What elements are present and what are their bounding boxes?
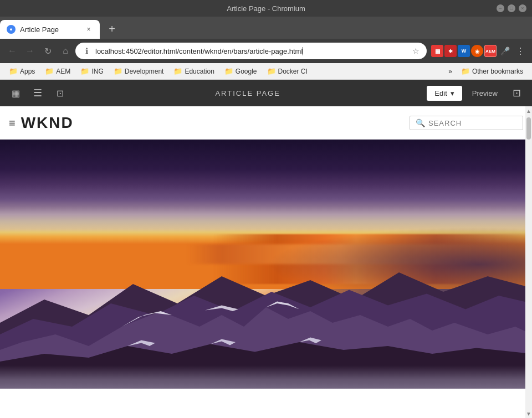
close-button[interactable]: × — [519, 4, 526, 12]
maximize-button[interactable]: □ — [508, 4, 515, 12]
bookmark-google-label: Google — [236, 68, 257, 75]
wknd-header: ≡ WKND 🔍 — [0, 106, 532, 140]
minimize-button[interactable]: − — [497, 4, 504, 12]
annotate-button[interactable]: ⊡ — [51, 84, 69, 102]
aem-toolbar-right: Edit ▾ Preview ⊡ — [427, 84, 525, 102]
folder-icon: 📁 — [224, 67, 233, 75]
bookmark-ing-label: ING — [91, 68, 103, 75]
folder-icon: 📁 — [267, 67, 276, 75]
fog-rect — [0, 365, 532, 389]
bookmark-other[interactable]: 📁 Other bookmarks — [457, 65, 528, 77]
title-bar: Article Page - Chromium − □ × — [0, 0, 532, 17]
menu-button[interactable]: ⋮ — [513, 44, 528, 58]
other-bookmarks-label: Other bookmarks — [472, 68, 523, 75]
scroll-thumb[interactable] — [526, 117, 531, 140]
extension-red2-icon[interactable]: ✱ — [444, 45, 457, 57]
tab-favicon: ● — [7, 25, 16, 34]
folder-icon: 📁 — [461, 67, 470, 75]
folder-icon: 📁 — [114, 67, 122, 75]
wknd-search-box[interactable]: 🔍 — [410, 116, 523, 130]
preview-button[interactable]: Preview — [467, 86, 503, 101]
search-icon: 🔍 — [416, 118, 425, 127]
tab-close-button[interactable]: × — [84, 25, 93, 34]
mountains-back-svg — [0, 214, 532, 389]
bookmark-education-label: Education — [185, 68, 214, 75]
bookmark-star-icon[interactable]: ☆ — [410, 45, 421, 56]
mountains-back — [0, 214, 532, 389]
bookmarks-bar: 📁 Apps 📁 AEM 📁 ING 📁 Development 📁 Educa… — [0, 63, 532, 80]
search-input[interactable] — [428, 119, 517, 127]
reload-button[interactable]: ↻ — [40, 43, 55, 59]
bookmark-aem[interactable]: 📁 AEM — [40, 65, 75, 77]
bookmark-development-label: Development — [125, 68, 164, 75]
aem-toolbar-left: ▦ ☰ ⊡ — [7, 84, 69, 102]
bookmarks-overflow-button[interactable]: » — [445, 66, 456, 77]
url-text[interactable]: localhost:4502/editor.html/content/wknd/… — [95, 47, 407, 55]
bookmarks-more: » 📁 Other bookmarks — [445, 65, 528, 77]
address-bar[interactable]: ℹ localhost:4502/editor.html/content/wkn… — [75, 43, 427, 59]
folder-icon: 📁 — [173, 67, 182, 75]
tab-title: Article Page — [20, 25, 80, 34]
scrollbar[interactable]: ▲ ▼ — [525, 106, 532, 418]
wknd-menu-icon[interactable]: ≡ — [9, 117, 16, 130]
bookmark-education[interactable]: 📁 Education — [169, 65, 218, 77]
window-title: Article Page - Chromium — [227, 4, 305, 13]
tab-bar: ● Article Page × + — [0, 17, 532, 39]
back-button[interactable]: ← — [4, 43, 20, 59]
nav-right-icons: ▦ ✱ W ◉ AEM 🎤 ⋮ — [431, 44, 528, 58]
panel-toggle-button[interactable]: ▦ — [7, 84, 24, 102]
nav-bar: ← → ↻ ⌂ ℹ localhost:4502/editor.html/con… — [0, 39, 532, 63]
edit-button[interactable]: Edit ▾ — [427, 86, 462, 101]
extension-mic-icon[interactable]: 🎤 — [498, 44, 512, 58]
bookmark-aem-label: AEM — [56, 68, 70, 75]
extension-orange-icon[interactable]: ◉ — [471, 45, 483, 57]
bookmark-docker-ci-label: Docker CI — [278, 68, 308, 75]
address-icons: ☆ — [410, 45, 421, 56]
scroll-up-arrow[interactable]: ▲ — [525, 106, 532, 115]
scroll-down-arrow[interactable]: ▼ — [525, 409, 532, 418]
bookmark-apps-label: Apps — [20, 68, 35, 75]
browser-tab[interactable]: ● Article Page × — [0, 20, 100, 39]
extension-blue-icon[interactable]: W — [458, 45, 470, 57]
site-info-icon[interactable]: ℹ — [81, 45, 92, 56]
page-area: ≡ WKND 🔍 — [0, 106, 532, 418]
forward-button[interactable]: → — [22, 43, 38, 59]
home-button[interactable]: ⌂ — [58, 43, 73, 59]
folder-icon: 📁 — [80, 67, 89, 75]
share-button[interactable]: ⊡ — [508, 84, 525, 102]
hero-image — [0, 140, 532, 389]
aem-toolbar: ▦ ☰ ⊡ ARTICLE PAGE Edit ▾ Preview ⊡ — [0, 80, 532, 106]
extension-red-icon[interactable]: ▦ — [431, 45, 443, 57]
new-tab-button[interactable]: + — [104, 21, 120, 37]
bookmark-docker-ci[interactable]: 📁 Docker CI — [263, 65, 312, 77]
properties-button[interactable]: ☰ — [29, 84, 47, 102]
bookmark-ing[interactable]: 📁 ING — [76, 65, 108, 77]
extension-aem-icon[interactable]: AEM — [484, 45, 497, 57]
bookmark-google[interactable]: 📁 Google — [220, 65, 262, 77]
wknd-logo: WKND — [21, 114, 410, 132]
wknd-page: ≡ WKND 🔍 — [0, 106, 532, 418]
window-controls[interactable]: − □ × — [497, 4, 526, 12]
folder-icon: 📁 — [9, 67, 18, 75]
folder-icon: 📁 — [45, 67, 54, 75]
aem-page-title: ARTICLE PAGE — [73, 89, 422, 97]
bookmark-apps[interactable]: 📁 Apps — [4, 65, 39, 77]
bookmark-development[interactable]: 📁 Development — [109, 65, 168, 77]
